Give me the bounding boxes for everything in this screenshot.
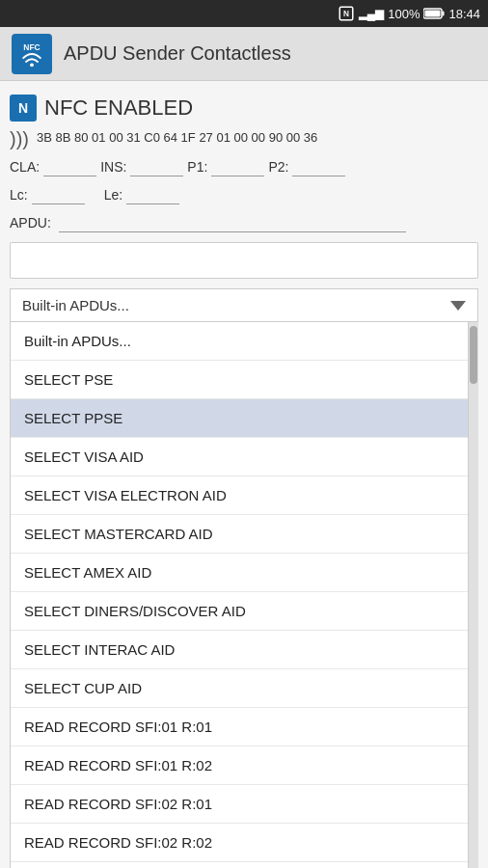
wave-icon: ))) (10, 129, 29, 149)
dropdown-container: Built-in APDUs... Built-in APDUs...SELEC… (10, 288, 478, 868)
dropdown-item[interactable]: GET ATC (11, 862, 468, 868)
cla-label: CLA: (10, 159, 40, 175)
dropdown-item[interactable]: Built-in APDUs... (11, 322, 468, 361)
lc-label: Lc: (10, 187, 28, 203)
svg-text:NFC: NFC (23, 42, 40, 52)
dropdown-item[interactable]: READ RECORD SFI:02 R:02 (11, 824, 468, 862)
p1-label: P1: (187, 159, 207, 175)
ins-input[interactable] (130, 156, 183, 176)
nfc-icon-container: N (10, 95, 37, 122)
battery-percent: 100% (388, 7, 420, 21)
le-input[interactable] (126, 184, 179, 204)
app-logo-icon: NFC (16, 39, 47, 69)
ins-label: INS: (100, 159, 126, 175)
status-bar: N ▂▄▆ 100% 18:44 (0, 0, 488, 27)
nfc-enabled-section: N NFC ENABLED (10, 89, 478, 127)
dropdown-item[interactable]: SELECT INTERAC AID (11, 631, 468, 669)
send-area (10, 232, 478, 283)
svg-text:N: N (343, 10, 349, 18)
nfc-enabled-label: NFC ENABLED (44, 95, 193, 121)
hex-data: 3B 8B 80 01 00 31 C0 64 1F 27 01 00 00 9… (37, 129, 317, 147)
svg-rect-4 (425, 11, 441, 17)
cla-input[interactable] (43, 156, 96, 176)
dropdown-item[interactable]: SELECT VISA AID (11, 438, 468, 476)
nfc-status-icon: N (338, 5, 355, 22)
app-title: APDU Sender Contactless (64, 42, 291, 65)
hex-data-section: ))) 3B 8B 80 01 00 31 C0 64 1F 27 01 00 … (10, 127, 478, 152)
svg-text:N: N (18, 100, 28, 116)
le-label: Le: (104, 187, 122, 203)
send-apdu-input[interactable] (10, 242, 478, 279)
dropdown-header[interactable]: Built-in APDUs... (10, 288, 478, 322)
dropdown-item[interactable]: SELECT MASTERCARD AID (11, 515, 468, 554)
dropdown-list: Built-in APDUs...SELECT PSESELECT PPSESE… (10, 322, 469, 868)
app-icon: NFC (12, 34, 52, 74)
dropdown-item[interactable]: SELECT DINERS/DISCOVER AID (11, 592, 468, 631)
scrollbar-thumb[interactable] (470, 326, 477, 384)
form-row-cla-ins-p1-p2: CLA: INS: P1: P2: (10, 152, 478, 180)
apdu-label: APDU: (10, 215, 51, 231)
nfc-enabled-icon: N (10, 95, 37, 122)
dropdown-item[interactable]: READ RECORD SFI:02 R:01 (11, 785, 468, 824)
dropdown-item[interactable]: SELECT PPSE (11, 399, 468, 438)
dropdown-item[interactable]: SELECT VISA ELECTRON AID (11, 476, 468, 515)
svg-point-7 (30, 63, 34, 67)
apdu-input[interactable] (59, 212, 406, 232)
dropdown-item[interactable]: SELECT PSE (11, 361, 468, 399)
time-display: 18:44 (448, 7, 480, 21)
dropdown-item[interactable]: READ RECORD SFI:01 R:01 (11, 708, 468, 746)
status-icons: N ▂▄▆ 100% 18:44 (338, 5, 480, 22)
dropdown-item[interactable]: READ RECORD SFI:01 R:02 (11, 746, 468, 785)
p2-label: P2: (268, 159, 288, 175)
dropdown-item[interactable]: SELECT CUP AID (11, 669, 468, 708)
signal-icon: ▂▄▆ (359, 7, 385, 20)
form-row-lc-le: Lc: Le: (10, 180, 478, 208)
battery-icon (423, 8, 445, 19)
svg-rect-3 (443, 12, 445, 16)
apdu-row: APDU: (10, 208, 478, 232)
main-content: N NFC ENABLED ))) 3B 8B 80 01 00 31 C0 6… (0, 81, 488, 868)
app-bar: NFC APDU Sender Contactless (0, 27, 488, 81)
dropdown-header-label: Built-in APDUs... (22, 297, 129, 313)
p2-input[interactable] (292, 156, 345, 176)
dropdown-list-wrapper: Built-in APDUs...SELECT PSESELECT PPSESE… (10, 322, 478, 868)
dropdown-item[interactable]: SELECT AMEX AID (11, 554, 468, 592)
lc-input[interactable] (32, 184, 85, 204)
p1-input[interactable] (211, 156, 264, 176)
dropdown-arrow-icon (450, 301, 466, 311)
scrollbar-track[interactable] (469, 322, 478, 868)
